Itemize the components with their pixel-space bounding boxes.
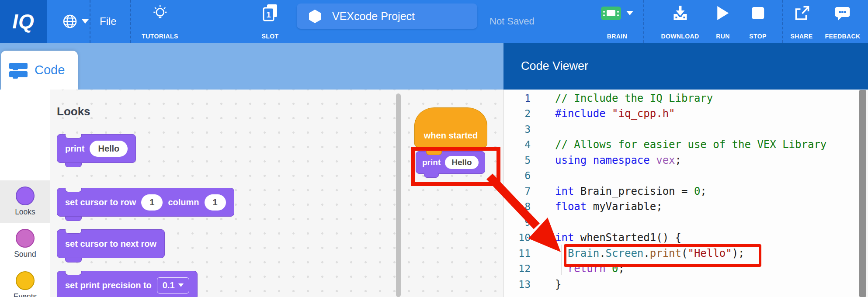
code-token: namespace [593,154,650,166]
code-line-8: 8float myVariable; [503,199,859,215]
code-token: int [555,231,574,244]
category-looks[interactable]: Looks [0,180,50,223]
code-token: // Allows for easier use of the VEX Libr… [555,138,826,151]
vexcode-app: IQ File [0,0,868,297]
code-line-3: 3 [503,121,859,137]
annotation-box-blocks [411,147,500,186]
file-menu[interactable]: File [100,0,117,43]
toolbar-separator [130,0,131,43]
code-token [606,107,612,120]
category-sound[interactable]: Sound [0,223,50,265]
line-number: 6 [503,170,531,181]
palette-block-set-cursor-row-col[interactable]: set cursor to row1column1 [57,188,234,217]
palette-block-set-cursor-next-row[interactable]: set cursor to next row [57,229,165,258]
tab-code-label: Code [35,63,65,77]
slot-icon: 1 [261,3,279,23]
code-token: // Include the IQ Library [555,92,713,104]
code-token: Brain_precision = [574,185,694,197]
code-text: } [555,278,561,290]
when-started-block[interactable]: when started [414,107,487,147]
lightbulb-icon [152,3,168,23]
code-line-4: 4// Allows for easier use of the VEX Lib… [503,137,859,153]
play-icon [716,3,729,23]
code-token: 0 [694,185,700,197]
line-number: 13 [503,279,531,290]
share-icon [793,3,810,23]
block-label: set cursor to row [65,197,136,207]
code-text: // Include the IQ Library [555,92,713,104]
category-label: Events [0,292,50,297]
line-number: 11 [503,248,531,259]
tab-code[interactable]: Code [1,51,78,90]
code-token: ; [700,185,706,197]
code-text: #include "iq_cpp.h" [555,107,675,120]
code-line-5: 5using namespace vex; [503,152,859,168]
line-number: 8 [503,201,531,212]
code-text: int whenStarted1() { [555,231,681,244]
line-number: 7 [503,186,531,197]
category-label: Sound [0,250,50,259]
blocks-icon [9,62,29,79]
dropdown-value: 0.1 [163,280,175,290]
code-scrollbar[interactable] [859,90,866,297]
code-token: myVariable; [587,200,662,213]
code-line-13: 13} [503,276,859,292]
download-button[interactable]: DOWNLOAD [661,3,699,40]
block-input-oval[interactable]: Hello [90,141,128,157]
tutorials-button[interactable]: TUTORIALS [142,3,178,40]
palette-heading: Looks [57,105,90,118]
line-number: 9 [503,217,531,228]
block-input-oval[interactable]: 1 [205,194,226,211]
globe-icon [62,14,78,29]
code-token: vex [656,154,675,166]
project-title-button[interactable]: VEXcode Project [297,3,477,29]
code-token [587,154,593,166]
line-number: 2 [503,108,531,119]
feedback-icon [833,3,852,23]
project-title: VEXcode Project [332,10,415,23]
code-viewer-title: Code Viewer [521,43,588,90]
chevron-down-icon [82,19,89,24]
feedback-button[interactable]: FEEDBACK [825,3,861,40]
save-status: Not Saved [490,0,535,43]
code-line-10: 10int whenStarted1() { [503,230,859,246]
line-number: 4 [503,139,531,150]
code-line-7: 7int Brain_precision = 0; [503,183,859,199]
brain-button[interactable]: BRAIN [601,3,633,40]
code-text: using namespace vex; [555,154,681,166]
run-button[interactable]: RUN [716,3,730,40]
code-token: "iq_cpp.h" [612,107,675,120]
code-text: float myVariable; [555,200,663,213]
block-input-oval[interactable]: 1 [141,194,163,211]
line-number: 1 [503,93,531,104]
code-token: } [555,278,561,290]
code-viewer-header: Code Viewer ? [503,43,868,90]
block-label: print [65,144,84,154]
block-label: set print precision to [65,280,152,290]
stop-icon [751,3,764,23]
palette-scrollbar[interactable] [396,93,401,297]
slot-button[interactable]: 1 SLOT [261,3,279,40]
palette-block-print[interactable]: printHello [57,134,136,163]
share-button[interactable]: SHARE [790,3,812,40]
code-line-2: 2#include "iq_cpp.h" [503,106,859,122]
when-started-label: when started [424,131,478,141]
line-number: 3 [503,124,531,135]
block-dropdown[interactable]: 0.1 [157,277,189,294]
stop-button[interactable]: STOP [749,3,766,40]
line-number: 10 [503,232,531,243]
toolbar-separator [782,0,783,43]
palette-block-set-print-precision[interactable]: set print precision to0.1 [57,271,198,297]
top-toolbar: IQ File [0,0,868,43]
category-circle-icon [16,186,35,205]
line-number: 12 [503,263,531,274]
toolbar-separator [643,0,644,43]
category-events[interactable]: Events [0,265,50,297]
download-icon [671,3,689,23]
category-circle-icon [16,271,35,290]
iq-logo: IQ [0,0,47,43]
code-token: using [555,154,587,166]
svg-text:1: 1 [266,10,271,19]
language-button[interactable] [62,0,89,43]
code-token [650,154,656,166]
